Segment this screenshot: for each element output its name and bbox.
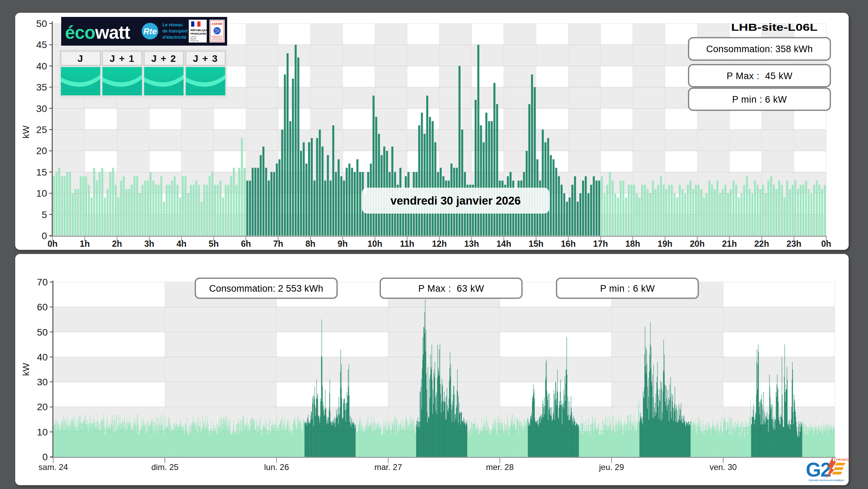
svg-text:P Max : 45 kW: P Max : 45 kW <box>727 71 793 81</box>
svg-text:40: 40 <box>37 352 48 363</box>
svg-text:mar. 27: mar. 27 <box>374 462 402 472</box>
svg-text:50: 50 <box>36 18 47 29</box>
svg-text:sam. 24: sam. 24 <box>38 462 68 472</box>
svg-text:P min : 6 kW: P min : 6 kW <box>732 94 787 105</box>
svg-text:Rte: Rte <box>143 27 157 36</box>
svg-text:Consommation: 2 553 kWh: Consommation: 2 553 kWh <box>209 283 323 294</box>
svg-text:10: 10 <box>37 427 48 438</box>
svg-text:30: 30 <box>37 377 48 387</box>
svg-text:Consommation: 358 kWh: Consommation: 358 kWh <box>706 44 813 54</box>
svg-text:FRANÇAISE: FRANÇAISE <box>190 32 206 35</box>
svg-text:20: 20 <box>36 145 47 156</box>
svg-text:0: 0 <box>41 231 47 241</box>
svg-text:mer. 28: mer. 28 <box>486 462 514 472</box>
svg-text:J: J <box>77 53 84 64</box>
svg-text:30: 30 <box>36 103 47 114</box>
svg-text:d'électricité: d'électricité <box>162 35 186 40</box>
svg-text:P Max : 63 kW: P Max : 63 kW <box>418 283 484 294</box>
svg-text:ÉCOLOGIQUE: ÉCOLOGIQUE <box>212 39 223 41</box>
svg-text:J + 2: J + 2 <box>151 53 176 64</box>
svg-text:ven. 30: ven. 30 <box>710 462 737 472</box>
svg-text:vendredi 30 janvier 2026: vendredi 30 janvier 2026 <box>391 194 521 207</box>
svg-text:25: 25 <box>36 124 47 135</box>
svg-text:40: 40 <box>36 61 47 72</box>
svg-text:Optimisation des ressources én: Optimisation des ressources énergétiques <box>808 479 844 482</box>
svg-text:10: 10 <box>36 188 47 199</box>
svg-text:15: 15 <box>36 167 47 178</box>
svg-text:Fraternité: Fraternité <box>190 40 199 42</box>
svg-text:écowatt: écowatt <box>65 22 130 43</box>
svg-text:RÉPUBLIQUE: RÉPUBLIQUE <box>190 29 208 32</box>
svg-text:kW: kW <box>21 363 31 376</box>
svg-text:J + 3: J + 3 <box>193 53 218 64</box>
svg-text:jeu. 29: jeu. 29 <box>599 462 624 472</box>
svg-text:LHB-site-L06L: LHB-site-L06L <box>731 21 818 33</box>
svg-text:70: 70 <box>37 277 48 288</box>
svg-text:35: 35 <box>36 82 47 93</box>
svg-text:ADEME: ADEME <box>212 22 223 26</box>
svg-text:dim. 25: dim. 25 <box>151 462 179 472</box>
svg-text:45: 45 <box>36 39 47 50</box>
svg-text:J + 1: J + 1 <box>110 53 135 64</box>
svg-text:20: 20 <box>37 402 48 412</box>
svg-text:60: 60 <box>37 302 48 312</box>
svg-text:lun. 26: lun. 26 <box>264 462 289 472</box>
svg-text:P min : 6 kW: P min : 6 kW <box>600 283 655 294</box>
svg-text:kW: kW <box>21 125 31 139</box>
svg-text:0: 0 <box>42 452 48 462</box>
svg-text:FRANCE: FRANCE <box>836 458 850 461</box>
svg-text:de transport: de transport <box>162 29 188 34</box>
svg-text:5: 5 <box>41 209 47 220</box>
svg-text:50: 50 <box>37 327 48 338</box>
svg-text:Le réseau: Le réseau <box>162 22 183 27</box>
